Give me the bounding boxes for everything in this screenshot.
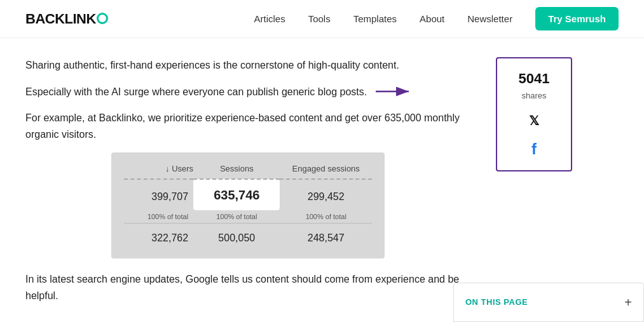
paragraph-4: In its latest search engine updates, Goo… [25, 271, 470, 304]
share-count: 5041 [507, 67, 561, 90]
row1-engaged: 299,452 [280, 179, 372, 210]
table-row-2: 322,762 500,050 248,547 [124, 223, 372, 248]
row1-users-sub: 100% of total [124, 210, 193, 223]
row2-sessions: 500,050 [193, 223, 280, 248]
nav-newsletter[interactable]: Newsletter [467, 11, 512, 27]
table-row-1-sub: 100% of total 100% of total 100% of tota… [124, 210, 372, 223]
on-this-page-expand-button[interactable]: + [624, 292, 632, 312]
table-row-1: 399,707 635,746 299,452 [124, 179, 372, 210]
col-header-engaged: Engaged sessions [280, 163, 372, 179]
main-content: Sharing authentic, first-hand experience… [25, 57, 483, 314]
col-header-sessions: Sessions [193, 163, 280, 179]
col-header-users: ↓ Users [124, 163, 193, 179]
share-box: 5041 shares 𝕏 f [496, 57, 572, 171]
site-header: BACKLINK Articles Tools Templates About … [0, 0, 644, 38]
site-logo: BACKLINK [25, 8, 108, 30]
down-arrow-icon: ↓ [165, 164, 172, 173]
logo-text: BACKLINK [25, 8, 96, 30]
row1-users: 399,707 [124, 179, 193, 210]
logo-o [97, 13, 108, 24]
paragraph-2: Especially with the AI surge where every… [25, 84, 367, 100]
facebook-icon[interactable]: f [507, 137, 561, 161]
nav-templates[interactable]: Templates [353, 11, 397, 27]
nav-articles[interactable]: Articles [254, 11, 285, 27]
paragraph-1: Sharing authentic, first-hand experience… [25, 57, 470, 74]
sidebar: 5041 shares 𝕏 f [496, 57, 585, 314]
row2-engaged: 248,547 [280, 223, 372, 248]
row1-engaged-sub: 100% of total [280, 210, 372, 223]
arrow-paragraph: Especially with the AI surge where every… [25, 84, 470, 100]
analytics-table-wrapper: ↓ Users Sessions Engaged sessions 399,70… [111, 152, 385, 258]
nav-tools[interactable]: Tools [308, 11, 331, 27]
page-wrapper: Sharing authentic, first-hand experience… [0, 38, 644, 314]
analytics-table: ↓ Users Sessions Engaged sessions 399,70… [124, 163, 372, 248]
nav-about[interactable]: About [420, 11, 444, 27]
row2-users: 322,762 [124, 223, 193, 248]
paragraph-3: For example, at Backlinko, we prioritize… [25, 110, 470, 142]
row1-sessions-highlight: 635,746 [193, 179, 280, 210]
row1-sessions-sub: 100% of total [193, 210, 280, 223]
on-this-page-label: ON THIS PAGE [465, 296, 528, 309]
on-this-page-panel: ON THIS PAGE + [453, 283, 644, 314]
try-semrush-button[interactable]: Try Semrush [535, 7, 619, 30]
share-label: shares [507, 90, 561, 103]
main-nav: Articles Tools Templates About Newslette… [254, 7, 619, 30]
arrow-icon [376, 84, 414, 98]
twitter-icon[interactable]: 𝕏 [507, 111, 561, 131]
